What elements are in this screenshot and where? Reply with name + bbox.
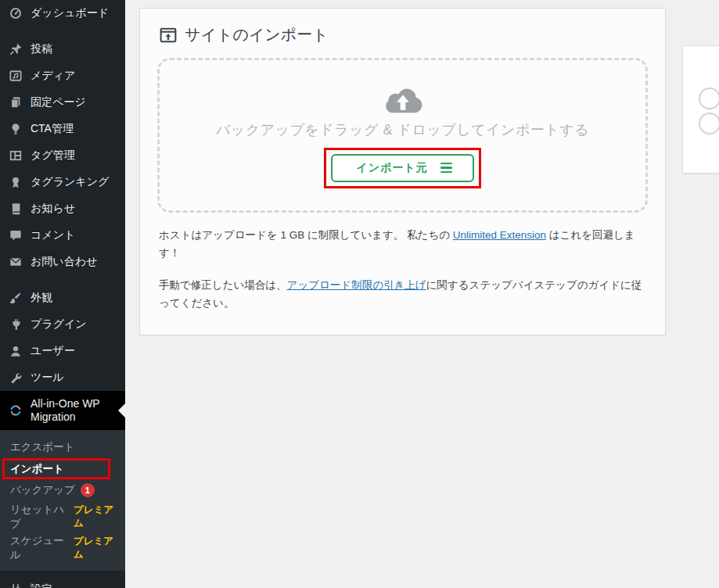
sidebar-item[interactable]: お知らせ	[0, 195, 125, 222]
upload-limit-note: ホストはアップロードを 1 GB に制限しています。 私たちの Unlimite…	[159, 227, 646, 263]
sidebar-item-label: ダッシュボード	[31, 6, 109, 20]
import-from-button[interactable]: インポート元	[331, 154, 473, 182]
submenu-item[interactable]: バックアップ1	[0, 479, 125, 501]
annotation-box-import-source: インポート元	[324, 148, 480, 188]
submenu-item[interactable]: リセットハブプレミアム	[0, 501, 125, 532]
submenu-item-label: リセットハブ	[10, 503, 69, 531]
sidebar-item[interactable]: タグランキング	[0, 169, 125, 195]
dashboard-icon	[8, 5, 23, 21]
sidebar-item[interactable]: CTA管理	[0, 116, 125, 142]
sidebar-item[interactable]: タグ管理	[0, 142, 125, 169]
backup-count-badge: 1	[81, 483, 95, 497]
book-icon	[8, 201, 23, 217]
submenu-item[interactable]: インポート	[2, 458, 110, 479]
submenu-item[interactable]: エクスポート	[0, 436, 125, 458]
sidebar-item-label: コメント	[31, 228, 75, 242]
upload-limit-guide-link[interactable]: アップロード制限の引き上げ	[287, 279, 426, 291]
media-icon	[8, 68, 23, 84]
wrench-icon	[8, 370, 23, 385]
page-title-text: サイトのインポート	[185, 24, 329, 45]
sidebar-item[interactable]: ユーザー	[0, 338, 125, 364]
sidebar-item[interactable]: 固定ページ	[0, 89, 125, 116]
sidebar-item-label: ユーザー	[31, 344, 75, 358]
import-card: サイトのインポート バックアップをドラッグ & ドロップしてインポートする イン…	[139, 8, 666, 335]
sliders-icon	[8, 582, 23, 588]
sidebar-item-label: 設定	[31, 583, 52, 588]
sidebar-item-settings[interactable]: 設定	[0, 576, 125, 588]
migration-submenu: エクスポートインポートバックアップ1リセットハブプレミアムスケジュールプレミアム	[0, 430, 125, 571]
submenu-item-label: バックアップ	[10, 483, 75, 497]
circle-placeholder	[699, 88, 719, 109]
sidebar-item[interactable]: ダッシュボード	[0, 0, 125, 27]
sidebar-item[interactable]: All-in-One WP Migration	[0, 391, 125, 430]
sidebar-item[interactable]: メディア	[0, 63, 125, 89]
note-text: ホストはアップロードを 1 GB に制限しています。 私たちの	[159, 229, 453, 241]
side-widget-panel	[682, 45, 719, 174]
page-title: サイトのインポート	[159, 24, 646, 45]
award-icon	[8, 174, 23, 190]
plugin-icon	[8, 317, 23, 332]
backup-dropzone[interactable]: バックアップをドラッグ & ドロップしてインポートする インポート元	[157, 58, 648, 213]
brush-icon	[8, 290, 23, 306]
sidebar-item-label: タグランキング	[31, 175, 109, 189]
sidebar-item[interactable]: ツール	[0, 364, 125, 391]
sidebar-item[interactable]: 外観	[0, 285, 125, 311]
sidebar-item-label: 外観	[31, 291, 52, 305]
pin-icon	[8, 41, 23, 57]
menu-icon	[440, 163, 452, 174]
manual-fix-note: 手動で修正したい場合は、アップロード制限の引き上げに関するステップバイステップの…	[159, 277, 646, 313]
sidebar-item-label: プラグイン	[31, 317, 87, 332]
dropzone-text: バックアップをドラッグ & ドロップしてインポートする	[216, 120, 589, 139]
sidebar-item[interactable]: コメント	[0, 222, 125, 249]
submenu-item[interactable]: スケジュールプレミアム	[0, 532, 125, 564]
sidebar-item-label: 固定ページ	[31, 95, 86, 109]
sidebar-item-label: All-in-One WP Migration	[31, 397, 119, 425]
comment-icon	[8, 228, 23, 243]
lightbulb-icon	[8, 121, 23, 137]
user-icon	[8, 343, 23, 359]
premium-label: プレミアム	[74, 504, 119, 530]
sidebar-item-label: お知らせ	[31, 202, 75, 216]
submenu-item-label: インポート	[10, 462, 64, 476]
sidebar-menu: ダッシュボード投稿メディア固定ページCTA管理タグ管理タグランキングお知らせコメ…	[0, 0, 125, 588]
sidebar-item[interactable]: 投稿	[0, 36, 125, 63]
sidebar-item-label: お問い合わせ	[31, 255, 97, 269]
admin-sidebar: ダッシュボード投稿メディア固定ページCTA管理タグ管理タグランキングお知らせコメ…	[0, 0, 125, 588]
note-text: 手動で修正したい場合は、	[159, 279, 287, 291]
pages-icon	[8, 95, 23, 110]
sidebar-item[interactable]: プラグイン	[0, 311, 125, 338]
circle-placeholder	[699, 113, 719, 134]
index-card-icon	[8, 148, 23, 163]
sidebar-item-label: ツール	[31, 371, 64, 385]
submenu-item-label: エクスポート	[10, 440, 75, 454]
upload-cloud-icon	[380, 83, 426, 117]
sidebar-item[interactable]: お問い合わせ	[0, 249, 125, 275]
unlimited-extension-link[interactable]: Unlimited Extension	[453, 229, 546, 241]
import-from-button-label: インポート元	[356, 161, 427, 175]
submenu-item-label: スケジュール	[10, 534, 69, 562]
premium-label: プレミアム	[74, 535, 119, 561]
import-icon	[159, 26, 178, 45]
migration-icon	[8, 403, 23, 418]
sidebar-item-label: 投稿	[31, 42, 52, 56]
sidebar-item-label: タグ管理	[31, 149, 75, 163]
sidebar-item-label: CTA管理	[31, 122, 74, 136]
email-icon	[8, 254, 23, 270]
sidebar-item-label: メディア	[31, 69, 75, 83]
